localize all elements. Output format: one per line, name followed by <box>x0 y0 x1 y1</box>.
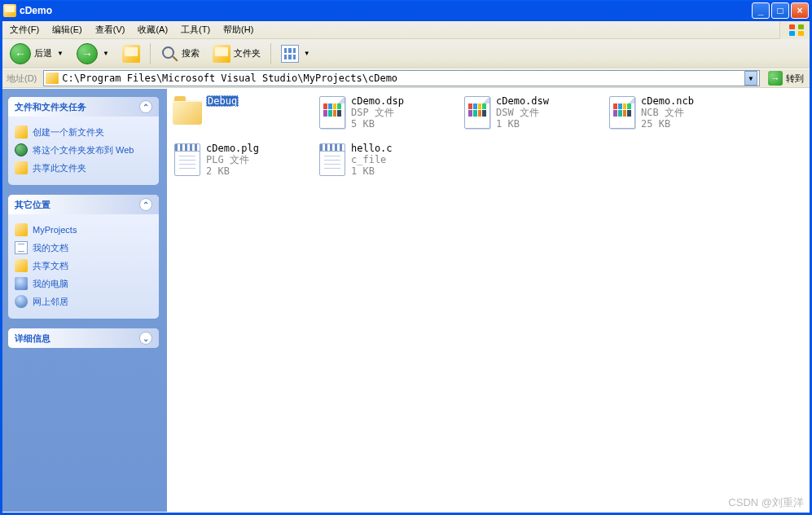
windows-flag-icon <box>789 24 804 36</box>
view-icon <box>281 45 299 63</box>
file-item[interactable]: cDemo.ncbNCB 文件25 KB <box>605 94 750 141</box>
other-myprojects[interactable]: MyProjects <box>15 221 152 239</box>
file-type: c_file <box>351 154 393 165</box>
chevron-down-icon: ▼ <box>57 50 64 57</box>
go-button[interactable]: → 转到 <box>763 69 809 87</box>
task-new-folder[interactable]: 创建一个新文件夹 <box>15 123 152 141</box>
search-icon <box>160 45 178 63</box>
address-combo[interactable]: C:\Program Files\Microsoft Visual Studio… <box>43 70 760 86</box>
menu-file[interactable]: 文件(F) <box>3 22 46 37</box>
task-publish[interactable]: 将这个文件夹发布到 Web <box>15 141 152 159</box>
menu-favorites[interactable]: 收藏(A) <box>131 22 174 37</box>
up-folder-icon <box>122 45 140 63</box>
other-network[interactable]: 网上邻居 <box>15 293 152 310</box>
file-name: cDemo.dsp <box>351 95 404 107</box>
forward-arrow-icon: → <box>77 43 98 64</box>
task-label: 共享此文件夹 <box>33 162 86 174</box>
document-icon <box>15 241 28 254</box>
file-grid: DebugcDemo.dspDSP 文件5 KBcDemo.dswDSW 文件1… <box>170 94 809 188</box>
file-size: 25 KB <box>641 118 694 130</box>
file-meta: Debug <box>206 95 239 107</box>
other-places-panel: 其它位置 ⌃ MyProjects 我的文档 共享文档 我的电脑 网上邻居 <box>8 195 159 319</box>
task-share[interactable]: 共享此文件夹 <box>15 159 152 177</box>
menu-view[interactable]: 查看(V) <box>89 22 132 37</box>
maximize-button[interactable]: □ <box>771 2 789 19</box>
file-type: NCB 文件 <box>641 107 694 118</box>
folder-icon <box>172 95 203 130</box>
go-label: 转到 <box>786 73 804 85</box>
file-type: PLG 文件 <box>206 154 259 165</box>
folders-icon <box>213 45 230 63</box>
details-title: 详细信息 <box>15 332 50 345</box>
project-file-icon <box>317 95 348 130</box>
other-label: 我的电脑 <box>33 278 68 290</box>
project-file-icon <box>462 95 493 130</box>
address-dropdown[interactable]: ▼ <box>744 71 757 86</box>
main: 文件和文件夹任务 ⌃ 创建一个新文件夹 将这个文件夹发布到 Web 共享此文件夹… <box>0 88 812 512</box>
other-mydocs[interactable]: 我的文档 <box>15 239 152 257</box>
network-icon <box>15 295 28 308</box>
file-size: 2 KB <box>206 165 259 177</box>
file-name: cDemo.ncb <box>641 95 694 107</box>
folders-label: 文件夹 <box>234 47 261 59</box>
share-folder-icon <box>15 161 28 174</box>
file-item[interactable]: Debug <box>170 94 315 141</box>
separator <box>270 43 271 64</box>
file-pane[interactable]: DebugcDemo.dspDSP 文件5 KBcDemo.dswDSW 文件1… <box>167 89 812 512</box>
forward-button[interactable]: → ▼ <box>72 41 114 67</box>
menu-edit[interactable]: 编辑(E) <box>46 22 89 37</box>
view-button[interactable]: ▼ <box>276 42 315 65</box>
task-label: 将这个文件夹发布到 Web <box>33 144 134 156</box>
expand-icon[interactable]: ⌄ <box>139 332 152 345</box>
folder-icon <box>15 259 28 272</box>
file-name: hello.c <box>351 143 393 154</box>
tasks-panel: 文件和文件夹任务 ⌃ 创建一个新文件夹 将这个文件夹发布到 Web 共享此文件夹 <box>8 97 159 185</box>
file-item[interactable]: cDemo.plgPLG 文件2 KB <box>170 141 315 188</box>
file-item[interactable]: cDemo.dspDSP 文件5 KB <box>315 94 460 141</box>
separator <box>150 43 151 64</box>
collapse-icon[interactable]: ⌃ <box>139 100 152 113</box>
toolbar: ← 后退 ▼ → ▼ 搜索 文件夹 ▼ <box>0 39 812 68</box>
file-type: DSW 文件 <box>496 107 549 118</box>
go-arrow-icon: → <box>768 71 783 86</box>
file-name: cDemo.dsw <box>496 95 549 107</box>
details-header[interactable]: 详细信息 ⌄ <box>8 328 159 348</box>
address-label: 地址(D) <box>3 73 40 85</box>
file-size: 5 KB <box>351 118 404 130</box>
other-mycomputer[interactable]: 我的电脑 <box>15 275 152 293</box>
collapse-icon[interactable]: ⌃ <box>139 198 152 211</box>
other-label: 我的文档 <box>33 242 68 254</box>
other-label: 网上邻居 <box>33 296 68 308</box>
tasks-header[interactable]: 文件和文件夹任务 ⌃ <box>8 97 159 117</box>
folder-icon <box>15 125 28 139</box>
file-size: 1 KB <box>496 118 549 130</box>
file-name: cDemo.plg <box>206 143 259 154</box>
file-meta: cDemo.dswDSW 文件1 KB <box>496 95 549 130</box>
back-label: 后退 <box>34 47 52 59</box>
tasks-body: 创建一个新文件夹 将这个文件夹发布到 Web 共享此文件夹 <box>8 117 159 185</box>
back-button[interactable]: ← 后退 ▼ <box>5 41 68 67</box>
up-button[interactable] <box>117 42 145 65</box>
window-buttons: _ □ × <box>752 2 809 19</box>
file-type: DSP 文件 <box>351 107 404 118</box>
chevron-down-icon: ▼ <box>103 50 109 57</box>
other-shared[interactable]: 共享文档 <box>15 257 152 275</box>
folders-button[interactable]: 文件夹 <box>208 42 266 65</box>
other-header[interactable]: 其它位置 ⌃ <box>8 195 159 214</box>
folder-icon <box>3 4 16 17</box>
other-label: MyProjects <box>33 225 77 235</box>
back-arrow-icon: ← <box>10 43 31 64</box>
menu-tools[interactable]: 工具(T) <box>174 22 217 37</box>
globe-icon <box>15 143 28 156</box>
project-file-icon <box>607 95 638 130</box>
close-button[interactable]: × <box>791 2 809 19</box>
file-meta: hello.cc_file1 KB <box>351 143 393 177</box>
other-label: 共享文档 <box>33 260 68 272</box>
minimize-button[interactable]: _ <box>752 2 770 19</box>
menu-help[interactable]: 帮助(H) <box>217 22 260 37</box>
file-item[interactable]: cDemo.dswDSW 文件1 KB <box>460 94 605 141</box>
chevron-down-icon: ▼ <box>304 50 310 57</box>
search-button[interactable]: 搜索 <box>156 42 204 65</box>
file-meta: cDemo.dspDSP 文件5 KB <box>351 95 404 130</box>
file-item[interactable]: hello.cc_file1 KB <box>315 141 460 188</box>
